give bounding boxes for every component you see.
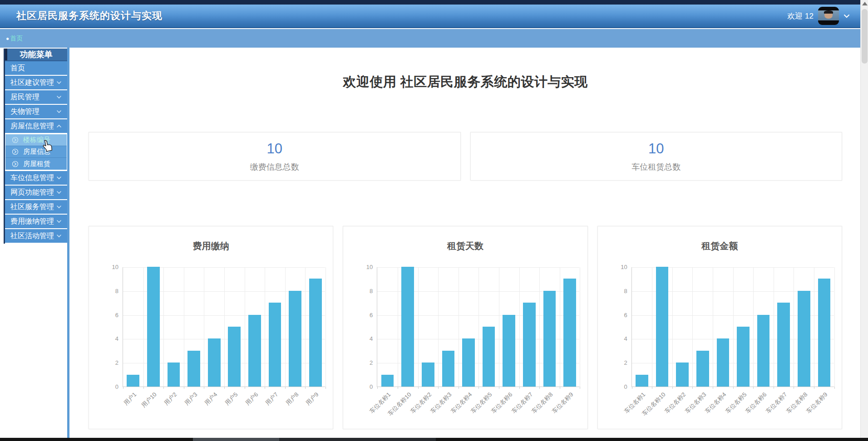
y-axis-tick-label: 0 [98, 383, 118, 390]
x-axis-tick [305, 387, 306, 389]
bar [289, 291, 301, 387]
bar [503, 315, 515, 387]
sidebar-item-label: 失物管理 [10, 107, 56, 117]
y-axis-tick-label: 10 [98, 264, 118, 270]
scrollbar-up-arrow-icon[interactable] [862, 2, 868, 5]
x-axis-category-label: 用户5 [223, 391, 240, 407]
sidebar-subitem-label: 房屋信息 [23, 147, 50, 156]
sidebar-item-label: 费用缴纳管理 [10, 217, 56, 226]
circle-arrow-icon [12, 148, 19, 155]
sidebar-subitem-label: 楼栋编号 [23, 136, 50, 144]
x-axis-tick [143, 387, 144, 389]
sidebar-item-parking-info[interactable]: 车位信息管理 [5, 171, 67, 185]
y-axis-tick-label: 10 [352, 264, 373, 270]
gridline-vertical [245, 267, 245, 387]
gridline-vertical [733, 267, 734, 387]
sidebar-subitem-house-information[interactable]: 房屋信息 [5, 146, 67, 158]
bar [147, 267, 160, 387]
chevron-down-icon [56, 205, 62, 209]
x-axis-tick [459, 387, 459, 389]
bar [656, 267, 669, 387]
gridline-vertical [163, 267, 164, 387]
sidebar-item-web-functions[interactable]: 网页功能管理 [5, 186, 67, 199]
bar [818, 279, 831, 387]
bar [717, 338, 730, 387]
sidebar-subitem-house-rental[interactable]: 房屋租赁 [5, 158, 67, 170]
sidebar-item-fee-payment[interactable]: 费用缴纳管理 [5, 215, 67, 228]
bar [422, 363, 434, 387]
bar [462, 338, 475, 387]
x-axis-category-label: 车位名称9 [550, 391, 575, 416]
bar [381, 375, 394, 387]
x-axis-tick [774, 387, 774, 389]
y-axis-tick-label: 2 [352, 359, 373, 366]
x-axis-category-label: 车位名称9 [804, 391, 829, 416]
y-axis-tick-label: 6 [607, 312, 627, 318]
x-axis-tick [580, 387, 580, 389]
gridline-vertical [326, 267, 326, 387]
page-scrollbar[interactable] [860, 0, 868, 441]
x-axis-category-label: 车位名称6 [489, 391, 514, 416]
gridline-vertical [652, 267, 652, 387]
sidebar-subitem-label: 房屋租赁 [23, 160, 50, 168]
x-axis-category-label: 用户7 [264, 391, 280, 407]
x-axis-category-label: 用户3 [183, 391, 199, 407]
welcome-user-text: 欢迎 12 [787, 11, 814, 21]
x-axis-tick [418, 387, 419, 389]
sidebar-item-residents[interactable]: 居民管理 [5, 90, 67, 104]
gridline-vertical [539, 267, 540, 387]
x-axis-tick [224, 387, 225, 389]
x-axis-tick [814, 387, 814, 389]
breadcrumb-home-link[interactable]: 首页 [10, 34, 23, 43]
gridline-vertical [499, 267, 499, 387]
sidebar: 功能菜单 首页 社区建议管理 居民管理 失物管理 房屋信息管理 楼栋编号 [4, 49, 67, 244]
gridline-vertical [265, 267, 265, 387]
sidebar-item-house-info[interactable]: 房屋信息管理 [5, 119, 67, 133]
circle-arrow-icon [12, 161, 19, 167]
sidebar-item-community-services[interactable]: 社区服务管理 [5, 200, 67, 214]
bar [523, 303, 536, 387]
y-axis-tick-label: 8 [98, 288, 118, 294]
chevron-down-icon [56, 234, 62, 238]
bar [269, 303, 281, 387]
chart-card-rental-amount: 租赁金额 0246810车位名称1车位名称10车位名称2车位名称3车位名称4车位… [597, 226, 842, 429]
sidebar-subitem-building-number[interactable]: 楼栋编号 [5, 134, 67, 146]
bar [696, 351, 709, 387]
sidebar-item-lost-found[interactable]: 失物管理 [5, 105, 67, 118]
scrollbar-thumb[interactable] [862, 9, 868, 64]
x-axis-category-label: 用户1 [122, 391, 138, 407]
user-avatar[interactable] [818, 7, 839, 25]
y-axis-tick-label: 6 [98, 312, 118, 318]
main-content: 欢迎使用 社区居民服务系统的设计与实现 10 缴费信息总数 10 车位租赁总数 … [70, 48, 860, 438]
bar [228, 327, 241, 387]
x-axis-tick [692, 387, 693, 389]
x-axis-tick [652, 387, 652, 389]
x-axis-tick [184, 387, 184, 389]
sidebar-item-community-suggestions[interactable]: 社区建议管理 [5, 76, 67, 89]
gridline-vertical [672, 267, 673, 387]
gridline-vertical [774, 267, 774, 387]
sidebar-title: 功能菜单 [5, 49, 67, 61]
sidebar-item-community-activities[interactable]: 社区活动管理 [5, 229, 67, 243]
page-body: 功能菜单 首页 社区建议管理 居民管理 失物管理 房屋信息管理 楼栋编号 [0, 48, 868, 438]
sidebar-item-label: 车位信息管理 [10, 173, 56, 183]
gridline-vertical [398, 267, 398, 387]
sidebar-item-label: 首页 [10, 64, 62, 73]
bar [676, 363, 689, 387]
chevron-down-icon [56, 81, 62, 84]
bar-chart-plot: 0246810用户1用户10用户2用户3用户4用户5用户6用户7用户8用户9 [123, 267, 325, 387]
bar [187, 351, 200, 387]
sidebar-item-label: 网页功能管理 [10, 188, 56, 197]
x-axis-tick [499, 387, 499, 389]
x-axis-tick [539, 387, 540, 389]
gridline-vertical [580, 267, 580, 387]
chart-title: 租赁天数 [343, 240, 587, 252]
x-axis-tick [519, 387, 520, 389]
y-axis-tick-label: 0 [607, 383, 627, 390]
x-axis-tick [285, 387, 286, 389]
user-menu-chevron-down-icon[interactable] [843, 14, 850, 18]
sidebar-divider [67, 48, 69, 438]
x-axis-tick [265, 387, 265, 389]
sidebar-item-home[interactable]: 首页 [5, 61, 67, 75]
y-axis-tick-label: 4 [607, 335, 627, 342]
